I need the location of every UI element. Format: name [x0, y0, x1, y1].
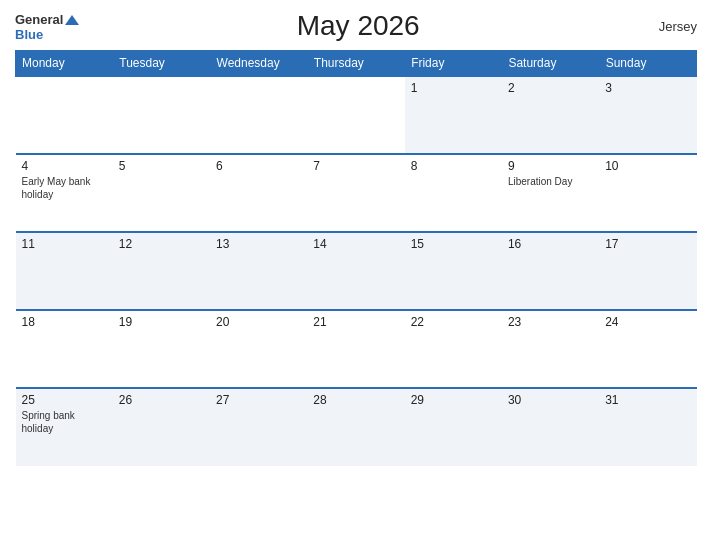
calendar-week-5: 25Spring bank holiday262728293031 — [16, 388, 697, 466]
day-number: 9 — [508, 159, 593, 173]
cell-w5-1: 26 — [113, 388, 210, 466]
day-number: 1 — [411, 81, 496, 95]
cell-w2-1: 5 — [113, 154, 210, 232]
cell-w2-3: 7 — [307, 154, 404, 232]
logo-general: General — [15, 10, 79, 28]
col-sunday: Sunday — [599, 51, 696, 77]
cell-w5-3: 28 — [307, 388, 404, 466]
day-number: 28 — [313, 393, 398, 407]
cell-w1-2 — [210, 76, 307, 154]
calendar-title: May 2026 — [79, 10, 637, 42]
cell-w4-0: 18 — [16, 310, 113, 388]
day-number: 24 — [605, 315, 690, 329]
cell-w2-4: 8 — [405, 154, 502, 232]
cell-w4-5: 23 — [502, 310, 599, 388]
day-number: 27 — [216, 393, 301, 407]
event-label: Early May bank holiday — [22, 176, 91, 200]
day-number: 8 — [411, 159, 496, 173]
day-number: 12 — [119, 237, 204, 251]
logo-blue: Blue — [15, 28, 79, 42]
cell-w3-3: 14 — [307, 232, 404, 310]
cell-w4-6: 24 — [599, 310, 696, 388]
cell-w3-2: 13 — [210, 232, 307, 310]
cell-w4-2: 20 — [210, 310, 307, 388]
logo-triangle-icon — [65, 15, 79, 25]
day-number: 11 — [22, 237, 107, 251]
day-number: 10 — [605, 159, 690, 173]
day-number: 7 — [313, 159, 398, 173]
day-number: 6 — [216, 159, 301, 173]
calendar-body: 1234Early May bank holiday56789Liberatio… — [16, 76, 697, 466]
day-number: 31 — [605, 393, 690, 407]
cell-w3-1: 12 — [113, 232, 210, 310]
cell-w1-6: 3 — [599, 76, 696, 154]
logo: General Blue — [15, 10, 79, 42]
cell-w3-6: 17 — [599, 232, 696, 310]
page: General Blue May 2026 Jersey Monday Tues… — [0, 0, 712, 550]
cell-w4-3: 21 — [307, 310, 404, 388]
calendar-header: Monday Tuesday Wednesday Thursday Friday… — [16, 51, 697, 77]
day-number: 22 — [411, 315, 496, 329]
cell-w2-0: 4Early May bank holiday — [16, 154, 113, 232]
day-number: 23 — [508, 315, 593, 329]
cell-w1-1 — [113, 76, 210, 154]
day-number: 17 — [605, 237, 690, 251]
event-label: Spring bank holiday — [22, 410, 75, 434]
cell-w4-4: 22 — [405, 310, 502, 388]
calendar-week-4: 18192021222324 — [16, 310, 697, 388]
cell-w2-6: 10 — [599, 154, 696, 232]
cell-w5-0: 25Spring bank holiday — [16, 388, 113, 466]
cell-w2-2: 6 — [210, 154, 307, 232]
day-number: 21 — [313, 315, 398, 329]
cell-w3-4: 15 — [405, 232, 502, 310]
cell-w4-1: 19 — [113, 310, 210, 388]
cell-w5-2: 27 — [210, 388, 307, 466]
cell-w3-5: 16 — [502, 232, 599, 310]
cell-w5-4: 29 — [405, 388, 502, 466]
day-number: 20 — [216, 315, 301, 329]
day-number: 13 — [216, 237, 301, 251]
day-number: 14 — [313, 237, 398, 251]
cell-w1-0 — [16, 76, 113, 154]
weekday-header-row: Monday Tuesday Wednesday Thursday Friday… — [16, 51, 697, 77]
day-number: 26 — [119, 393, 204, 407]
cell-w1-3 — [307, 76, 404, 154]
cell-w1-4: 1 — [405, 76, 502, 154]
day-number: 5 — [119, 159, 204, 173]
cell-w1-5: 2 — [502, 76, 599, 154]
day-number: 19 — [119, 315, 204, 329]
day-number: 25 — [22, 393, 107, 407]
col-monday: Monday — [16, 51, 113, 77]
day-number: 4 — [22, 159, 107, 173]
calendar-week-2: 4Early May bank holiday56789Liberation D… — [16, 154, 697, 232]
day-number: 30 — [508, 393, 593, 407]
calendar-week-1: 123 — [16, 76, 697, 154]
calendar-table: Monday Tuesday Wednesday Thursday Friday… — [15, 50, 697, 466]
day-number: 2 — [508, 81, 593, 95]
header: General Blue May 2026 Jersey — [15, 10, 697, 42]
day-number: 29 — [411, 393, 496, 407]
event-label: Liberation Day — [508, 176, 572, 187]
day-number: 15 — [411, 237, 496, 251]
region-label: Jersey — [637, 19, 697, 34]
cell-w2-5: 9Liberation Day — [502, 154, 599, 232]
col-friday: Friday — [405, 51, 502, 77]
day-number: 3 — [605, 81, 690, 95]
cell-w5-6: 31 — [599, 388, 696, 466]
day-number: 16 — [508, 237, 593, 251]
day-number: 18 — [22, 315, 107, 329]
col-saturday: Saturday — [502, 51, 599, 77]
col-tuesday: Tuesday — [113, 51, 210, 77]
col-thursday: Thursday — [307, 51, 404, 77]
col-wednesday: Wednesday — [210, 51, 307, 77]
cell-w5-5: 30 — [502, 388, 599, 466]
calendar-week-3: 11121314151617 — [16, 232, 697, 310]
cell-w3-0: 11 — [16, 232, 113, 310]
